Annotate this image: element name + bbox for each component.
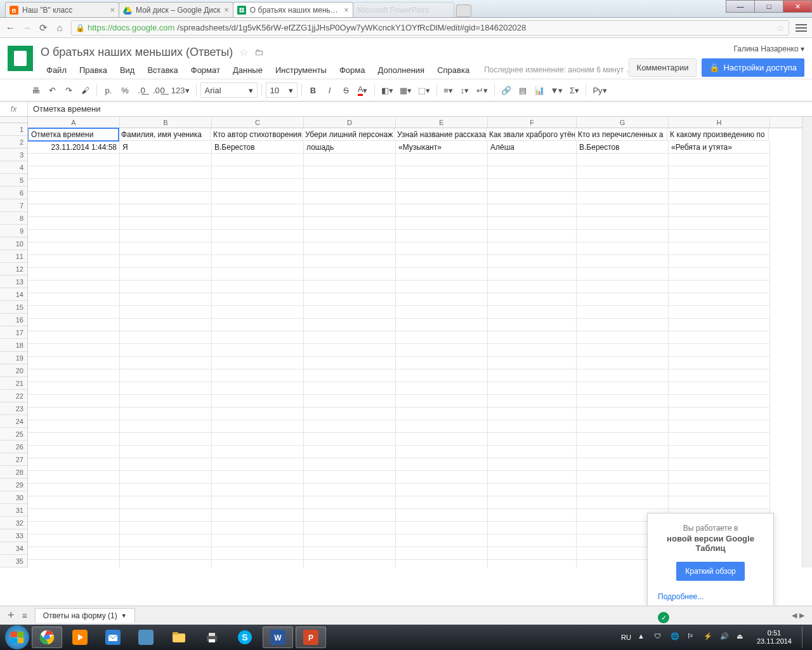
cell[interactable]: [396, 496, 488, 509]
cell[interactable]: [669, 484, 770, 496]
cell[interactable]: [28, 281, 120, 293]
cell[interactable]: [396, 420, 488, 433]
input-tools-button[interactable]: Py▾: [590, 83, 609, 98]
cell[interactable]: [396, 433, 488, 446]
cell[interactable]: [396, 192, 488, 204]
row-header[interactable]: 20: [0, 364, 27, 377]
cell[interactable]: [212, 458, 304, 471]
cell[interactable]: [304, 433, 396, 446]
cell[interactable]: [396, 179, 488, 192]
task-pin-icon[interactable]: [131, 627, 161, 648]
col-header-C[interactable]: C: [212, 117, 304, 128]
cell[interactable]: [120, 446, 212, 458]
row-header[interactable]: 10: [0, 237, 27, 250]
task-word-icon[interactable]: W: [263, 627, 293, 648]
cell[interactable]: [304, 179, 396, 192]
cell[interactable]: [212, 192, 304, 204]
menu-form[interactable]: Форма: [334, 63, 371, 77]
cell[interactable]: [488, 471, 577, 484]
cell[interactable]: [396, 369, 488, 382]
cell[interactable]: [304, 382, 396, 395]
cell[interactable]: [396, 357, 488, 369]
cell[interactable]: [120, 319, 212, 331]
cell[interactable]: [120, 522, 212, 534]
back-button[interactable]: ←: [5, 23, 15, 33]
cell[interactable]: [669, 382, 770, 395]
cell[interactable]: [304, 357, 396, 369]
cell[interactable]: [577, 408, 669, 420]
menu-help[interactable]: Справка: [431, 63, 475, 77]
cell[interactable]: [304, 458, 396, 471]
tray-network-icon[interactable]: 🌐: [671, 632, 681, 642]
cell[interactable]: [488, 166, 577, 179]
task-powerpoint-icon[interactable]: P: [296, 627, 326, 648]
cell[interactable]: [396, 522, 488, 534]
cell[interactable]: [304, 166, 396, 179]
row-header[interactable]: 21: [0, 377, 27, 390]
cell[interactable]: [120, 230, 212, 242]
more-formats-button[interactable]: 123▾: [169, 83, 192, 98]
row-header[interactable]: 5: [0, 174, 27, 187]
cell[interactable]: [488, 331, 577, 344]
cell[interactable]: [669, 255, 770, 268]
cell[interactable]: [120, 484, 212, 496]
cell[interactable]: [577, 331, 669, 344]
strikethrough-icon[interactable]: S: [339, 83, 354, 98]
row-header[interactable]: 18: [0, 339, 27, 352]
cell[interactable]: [304, 446, 396, 458]
cell[interactable]: [212, 204, 304, 217]
cell[interactable]: [212, 420, 304, 433]
row-header[interactable]: 13: [0, 275, 27, 288]
row-header[interactable]: 1: [0, 123, 27, 136]
cell[interactable]: [28, 382, 120, 395]
menu-tools[interactable]: Инструменты: [270, 63, 332, 77]
cell[interactable]: [669, 446, 770, 458]
cell[interactable]: [28, 217, 120, 230]
task-explorer-icon[interactable]: [164, 627, 194, 648]
row-header[interactable]: 9: [0, 225, 27, 237]
row-header[interactable]: 26: [0, 441, 27, 453]
cell[interactable]: [212, 179, 304, 192]
close-button[interactable]: ✕: [783, 0, 812, 13]
row-header[interactable]: 32: [0, 517, 27, 529]
col-header-G[interactable]: G: [577, 117, 669, 128]
cell[interactable]: [488, 179, 577, 192]
row-header[interactable]: 25: [0, 428, 27, 441]
cell[interactable]: «Ребята и утята»: [669, 141, 770, 154]
cell[interactable]: [396, 509, 488, 522]
cell[interactable]: [120, 408, 212, 420]
cell[interactable]: [577, 255, 669, 268]
cell[interactable]: [488, 204, 577, 217]
cell[interactable]: [120, 204, 212, 217]
cell[interactable]: [304, 420, 396, 433]
cell[interactable]: [304, 230, 396, 242]
cell[interactable]: [577, 230, 669, 242]
cell[interactable]: [28, 319, 120, 331]
task-mail-icon[interactable]: [98, 627, 128, 648]
row-header[interactable]: 27: [0, 453, 27, 466]
user-name[interactable]: Галина Назаренко ▾: [733, 44, 804, 53]
scroll-left-icon[interactable]: ◀: [792, 611, 797, 620]
cell[interactable]: [212, 293, 304, 306]
cell[interactable]: [212, 154, 304, 166]
cell[interactable]: [577, 433, 669, 446]
cell[interactable]: [488, 306, 577, 319]
cell[interactable]: [28, 268, 120, 281]
decimal-decrease-icon[interactable]: .0͟: [134, 83, 149, 98]
row-header[interactable]: 8: [0, 212, 27, 225]
cell[interactable]: лошадь: [304, 141, 396, 154]
row-header[interactable]: 14: [0, 288, 27, 301]
cell[interactable]: [396, 166, 488, 179]
cell[interactable]: [488, 192, 577, 204]
cell[interactable]: [488, 382, 577, 395]
star-icon[interactable]: ☆: [239, 46, 248, 58]
cell[interactable]: [304, 293, 396, 306]
cell[interactable]: [577, 395, 669, 408]
close-icon[interactable]: ×: [344, 5, 349, 15]
redo-icon[interactable]: ↷: [61, 83, 76, 98]
cell[interactable]: [212, 331, 304, 344]
cell[interactable]: [488, 217, 577, 230]
cell[interactable]: [669, 433, 770, 446]
cell[interactable]: [304, 204, 396, 217]
show-desktop-button[interactable]: [802, 627, 807, 648]
